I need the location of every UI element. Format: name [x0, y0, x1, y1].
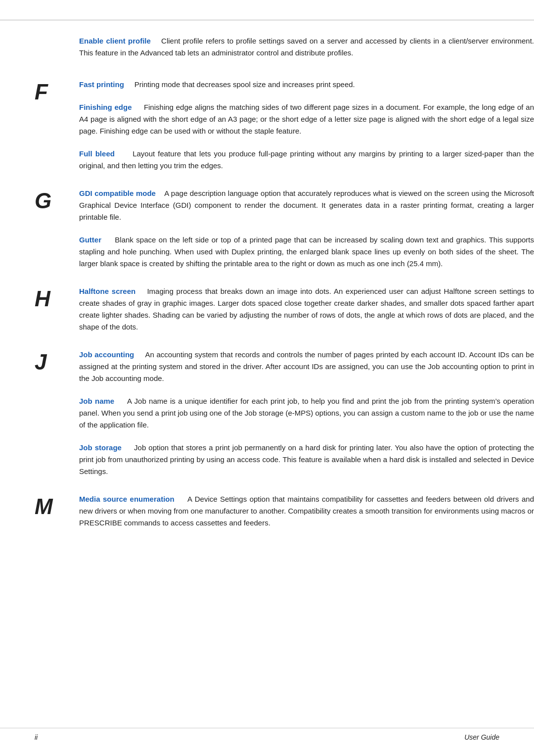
entries-col-h: Halftone screen Imaging process that bre… — [79, 285, 534, 344]
body-full-bleed: Layout feature that lets you produce ful… — [79, 149, 534, 170]
footer: ii User Guide — [0, 728, 534, 741]
body-halftone: Imaging process that breaks down an imag… — [79, 287, 534, 331]
section-g: G GDI compatible mode A page description… — [0, 188, 534, 281]
section-f: F Fast printing Printing mode that decre… — [0, 79, 534, 183]
entries-col-enable: Enable client profile Client profile ref… — [79, 35, 534, 70]
entry-gutter: Gutter Blank space on the left side or t… — [79, 234, 534, 270]
body-fast-printing: Printing mode that decreases spool size … — [134, 80, 355, 89]
letter-m: M — [35, 494, 53, 519]
letter-col-f: F — [0, 79, 79, 104]
body-job-name: A Job name is a unique identifier for ea… — [79, 397, 534, 429]
entry-job-storage: Job storage Job option that stores a pri… — [79, 442, 534, 477]
page: Enable client profile Client profile ref… — [0, 0, 534, 756]
entry-media-source: Media source enumeration A Device Settin… — [79, 493, 534, 529]
entries-col-j: Job accounting An accounting system that… — [79, 349, 534, 488]
letter-col-m: M — [0, 493, 79, 519]
entries-col-f: Fast printing Printing mode that decreas… — [79, 79, 534, 183]
letter-g: G — [35, 189, 51, 213]
entry-fast-printing: Fast printing Printing mode that decreas… — [79, 79, 534, 91]
top-border — [0, 20, 534, 20]
letter-j: J — [35, 350, 46, 374]
footer-guide-title: User Guide — [464, 733, 499, 741]
letter-f: F — [35, 80, 48, 104]
term-finishing-edge: Finishing edge — [79, 103, 132, 111]
body-gutter: Blank space on the left side or top of a… — [79, 236, 534, 268]
letter-col-h: H — [0, 285, 79, 311]
body-job-accounting: An accounting system that records and co… — [79, 350, 534, 382]
section-h: H Halftone screen Imaging process that b… — [0, 285, 534, 344]
entry-enable-client-profile: Enable client profile Client profile ref… — [79, 35, 534, 59]
body-finishing-edge: Finishing edge aligns the matching sides… — [79, 103, 534, 135]
term-media-source: Media source enumeration — [79, 495, 175, 503]
term-job-storage: Job storage — [79, 443, 122, 452]
section-m: M Media source enumeration A Device Sett… — [0, 493, 534, 540]
term-gutter: Gutter — [79, 236, 101, 244]
letter-h: H — [35, 286, 50, 311]
term-halftone: Halftone screen — [79, 287, 135, 295]
entry-full-bleed: Full bleed Layout feature that lets you … — [79, 148, 534, 172]
body-job-storage: Job option that stores a print job perma… — [79, 443, 534, 475]
term-enable-client-profile: Enable client profile — [79, 37, 151, 45]
term-gdi: GDI compatible mode — [79, 189, 156, 197]
entry-gdi: GDI compatible mode A page description l… — [79, 188, 534, 223]
term-job-name: Job name — [79, 397, 114, 405]
entry-job-name: Job name A Job name is a unique identifi… — [79, 395, 534, 431]
footer-page-number: ii — [35, 733, 38, 741]
section-j: J Job accounting An accounting system th… — [0, 349, 534, 488]
entry-finishing-edge: Finishing edge Finishing edge aligns the… — [79, 101, 534, 137]
term-full-bleed: Full bleed — [79, 149, 115, 158]
entries-col-m: Media source enumeration A Device Settin… — [79, 493, 534, 540]
letter-col-empty — [0, 35, 79, 36]
term-fast-printing: Fast printing — [79, 80, 124, 89]
entry-job-accounting: Job accounting An accounting system that… — [79, 349, 534, 384]
entry-halftone: Halftone screen Imaging process that bre… — [79, 285, 534, 333]
entries-col-g: GDI compatible mode A page description l… — [79, 188, 534, 281]
letter-col-j: J — [0, 349, 79, 375]
section-enable: Enable client profile Client profile ref… — [0, 35, 534, 70]
term-job-accounting: Job accounting — [79, 350, 134, 359]
letter-col-g: G — [0, 188, 79, 213]
